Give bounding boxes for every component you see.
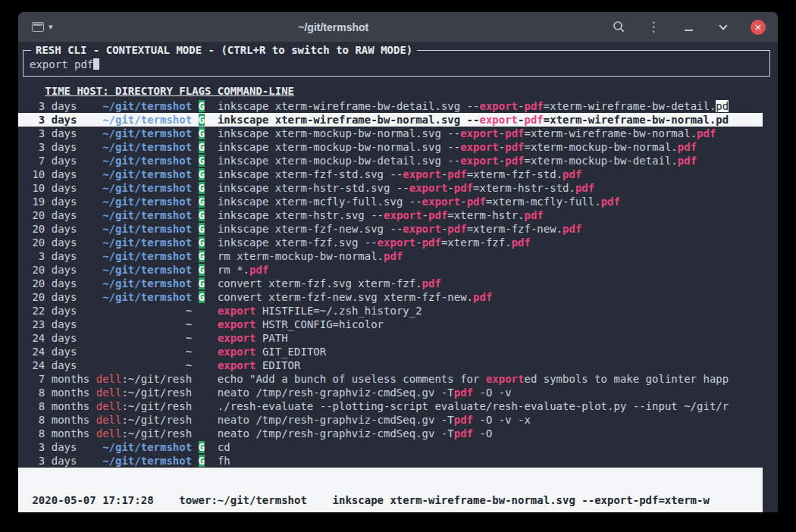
history-row[interactable]: 3 days ~/git/termshot G rm xterm-mockup-… xyxy=(18,249,763,263)
match-highlight: pdf xyxy=(512,236,531,249)
history-row[interactable]: 3 days ~/git/termshot G inkscape xterm-m… xyxy=(18,127,763,140)
history-row[interactable]: 19 days ~/git/termshot G inkscape xterm-… xyxy=(18,195,763,208)
row-text: 7 months xyxy=(26,373,96,385)
history-row[interactable]: 22 days ~ export HISTFILE=~/.zsh_history… xyxy=(18,304,763,318)
row-text xyxy=(192,182,198,194)
row-text: -O -v -x xyxy=(473,414,531,426)
row-text: 19 days xyxy=(26,196,96,208)
history-row[interactable]: 8 months dell:~/git/resh neato /tmp/resh… xyxy=(18,413,763,427)
history-row[interactable]: 3 days ~/git/termshot G cd xyxy=(18,440,763,454)
row-text: =xterm-mockup-bw-detail. xyxy=(525,155,678,167)
match-highlight: pdf xyxy=(428,209,447,221)
history-row[interactable]: 3 days ~/git/termshot G fh xyxy=(18,454,763,468)
restore-button[interactable] xyxy=(716,20,731,35)
history-row[interactable]: 20 days ~/git/termshot G convert xterm-f… xyxy=(18,277,763,290)
git-flag-badge: G xyxy=(199,291,205,303)
row-text: 10 days xyxy=(26,168,96,180)
row-host: dell xyxy=(96,386,122,399)
row-text: - xyxy=(422,209,428,221)
row-text: =xterm-wireframe-bw-normal. xyxy=(525,127,697,139)
titlebar-right: ⋮ × xyxy=(611,20,766,35)
search-button[interactable] xyxy=(611,20,626,35)
match-highlight: export xyxy=(218,346,256,358)
row-text: cd xyxy=(205,441,230,453)
row-directory: ~/git/termshot xyxy=(96,155,192,167)
resh-search-box[interactable]: RESH CLI - CONTEXTUAL MODE - (CTRL+R to … xyxy=(23,50,770,77)
row-text: 3 days xyxy=(26,441,96,453)
match-highlight: pdf xyxy=(678,141,697,153)
match-highlight: pdf xyxy=(697,127,716,139)
history-row[interactable]: 8 months dell:~/git/resh neato /tmp/resh… xyxy=(18,386,763,399)
git-flag-badge: G xyxy=(199,223,205,235)
history-row[interactable]: 20 days ~/git/termshot G inkscape xterm-… xyxy=(18,222,763,236)
row-directory: ~/git/termshot xyxy=(96,223,192,235)
row-text: HSTR_CONFIG=hicolor xyxy=(255,318,384,330)
history-row[interactable]: 8 months dell:~/git/resh neato /tmp/resh… xyxy=(18,427,763,440)
history-row[interactable]: 3 days ~/git/termshot G inkscape xterm-w… xyxy=(18,99,763,113)
menu-button[interactable]: ⋮ xyxy=(646,20,661,35)
match-highlight: pdf xyxy=(422,277,441,289)
history-row[interactable]: 20 days ~/git/termshot G inkscape xterm-… xyxy=(18,236,763,249)
history-row[interactable]: 20 days ~/git/termshot G convert xterm-f… xyxy=(18,290,763,304)
row-text: 23 days ~ xyxy=(26,318,218,330)
search-box-title: RESH CLI - CONTEXTUAL MODE - (CTRL+R to … xyxy=(31,43,417,57)
detail-line-1: 2020-05-07 17:17:28 tower:~/git/termshot… xyxy=(26,494,763,507)
history-row[interactable]: 10 days ~/git/termshot G inkscape xterm-… xyxy=(18,181,763,195)
row-text: 3 days xyxy=(26,127,96,139)
close-button[interactable]: × xyxy=(751,20,766,35)
match-highlight: export xyxy=(218,305,256,317)
history-row[interactable]: 7 months dell:~/git/resh echo "Add a bun… xyxy=(18,372,763,386)
history-row[interactable]: 3 days ~/git/termshot G inkscape xterm-m… xyxy=(18,140,763,154)
row-text: - xyxy=(499,127,505,139)
history-row[interactable]: 20 days ~/git/termshot G inkscape xterm-… xyxy=(18,208,763,222)
row-text: 3 days xyxy=(26,455,96,467)
match-highlight: pdf xyxy=(505,127,524,139)
history-row[interactable]: 7 days ~/git/termshot G inkscape xterm-m… xyxy=(18,154,763,167)
history-row[interactable]: 23 days ~ export HSTR_CONFIG=hicolor xyxy=(18,318,763,331)
row-host: dell xyxy=(96,414,122,426)
match-highlight: export xyxy=(403,168,441,180)
terminal-content: RESH CLI - CONTEXTUAL MODE - (CTRL+R to … xyxy=(18,42,778,512)
row-text: 20 days xyxy=(26,277,96,289)
history-row[interactable]: 24 days ~ export EDITOR xyxy=(18,358,763,372)
row-text: 20 days xyxy=(26,236,96,249)
row-text: inkscape xterm-hstr.svg -- xyxy=(205,209,384,221)
row-text: 10 days xyxy=(26,182,96,194)
minimize-button[interactable] xyxy=(681,20,696,35)
row-text: 8 months xyxy=(26,414,96,426)
match-highlight: pdf xyxy=(524,100,543,112)
row-text: inkscape xterm-fzf-std.svg -- xyxy=(205,168,403,180)
row-text: :~/git/resh neato /tmp/resh-graphviz-cmd… xyxy=(121,386,453,399)
match-highlight: pdf xyxy=(601,196,620,208)
row-text xyxy=(192,209,198,221)
row-text xyxy=(192,196,198,208)
git-flag-badge: G xyxy=(199,127,205,139)
history-row[interactable]: 24 days ~ export PATH xyxy=(18,331,763,345)
row-text xyxy=(192,264,198,276)
row-text: inkscape xterm-mockup-bw-normal.svg -- xyxy=(205,127,460,139)
row-text xyxy=(192,100,198,112)
row-text: HISTFILE=~/.zsh_history_2 xyxy=(255,305,422,317)
row-text: EDITOR xyxy=(255,359,300,371)
match-highlight: pdf xyxy=(454,427,473,440)
row-text xyxy=(192,141,198,153)
row-text: :~/git/resh ./resh-evaluate --plotting-s… xyxy=(121,400,729,412)
history-row-selected[interactable]: 3 days ~/git/termshot G inkscape xterm-w… xyxy=(18,113,763,127)
history-row[interactable]: 10 days ~/git/termshot G inkscape xterm-… xyxy=(18,167,763,181)
match-highlight: pdf xyxy=(563,223,581,235)
match-highlight: export xyxy=(460,127,499,139)
window-title: ~/git/termshot xyxy=(56,21,611,33)
row-text: :~/git/resh neato /tmp/resh-graphviz-cmd… xyxy=(121,427,453,440)
row-text xyxy=(192,168,198,180)
row-text: 3 days xyxy=(26,114,96,126)
new-terminal-button[interactable]: ▾ xyxy=(29,20,56,33)
row-host: dell xyxy=(96,400,122,412)
history-row[interactable]: 20 days ~/git/termshot G rm *.pdf xyxy=(18,263,763,277)
row-text: - xyxy=(499,155,505,167)
row-text xyxy=(192,223,198,235)
history-row[interactable]: 24 days ~ export GIT_EDITOR xyxy=(18,345,763,358)
search-input[interactable]: export pdf xyxy=(30,58,763,71)
history-row[interactable]: 8 months dell:~/git/resh ./resh-evaluate… xyxy=(18,399,763,413)
row-directory: ~/git/termshot xyxy=(96,182,192,194)
git-flag-badge: G xyxy=(199,155,205,167)
